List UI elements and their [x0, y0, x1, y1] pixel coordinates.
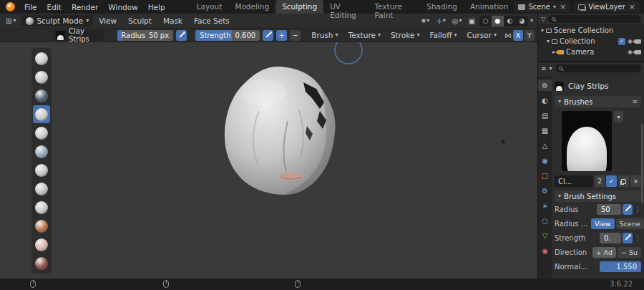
texture-dropdown[interactable]: Texture ▾ — [345, 29, 384, 41]
strength-slider[interactable]: Strength 0.600 — [195, 30, 260, 41]
workspace-tab-animation[interactable]: Animation — [464, 0, 515, 14]
falloff-dropdown[interactable]: Falloff ▾ — [426, 29, 460, 41]
animate-decorator-icon[interactable]: ⋮ — [634, 234, 641, 241]
workspace-tab-texture-paint[interactable]: Texture Paint — [368, 0, 420, 14]
strength-pressure-toggle[interactable] — [263, 30, 273, 41]
outliner-row-camera[interactable]: ▸ Camera ◉ — [538, 47, 644, 57]
tab-tool[interactable]: ⚙ — [538, 79, 552, 91]
gizmo-dropdown[interactable]: ✛ ▾ — [434, 16, 447, 26]
tool-layer[interactable] — [33, 142, 50, 160]
mode-selector[interactable]: Sculpt Mode ▾ — [21, 15, 93, 26]
duplicate-brush-button[interactable] — [618, 175, 629, 187]
tool-clay[interactable] — [33, 87, 50, 105]
tab-render[interactable]: ◐ — [538, 95, 552, 106]
workspace-tab-modeling[interactable]: Modeling — [228, 0, 275, 14]
viewlayer-remove-button[interactable]: × — [628, 3, 636, 11]
tab-particles[interactable]: ∗ — [538, 200, 552, 211]
tab-object[interactable]: □ — [538, 170, 552, 181]
scene-unlink-button[interactable]: × — [559, 3, 567, 11]
strength-pressure-toggle[interactable] — [623, 233, 633, 243]
tool-crease[interactable] — [33, 198, 50, 216]
brush-name-field[interactable]: Clay Strips — [53, 30, 104, 41]
chevron-down-icon[interactable]: ▾ — [541, 28, 544, 34]
tab-modifiers[interactable]: ⚙ — [538, 185, 552, 196]
radius-slider[interactable]: Radius 50 px — [117, 30, 173, 41]
blender-logo-icon[interactable] — [6, 2, 15, 11]
radius-unit-scene-button[interactable]: Scene — [616, 218, 644, 229]
filter-icon[interactable]: ▽ — [541, 16, 545, 22]
properties-search-input[interactable] — [555, 64, 641, 72]
tab-scene[interactable]: △ — [538, 140, 552, 151]
tool-scrape[interactable] — [33, 254, 50, 272]
shading-dropdown[interactable]: ▾ — [530, 18, 533, 24]
tab-material[interactable]: ◉ — [538, 245, 552, 256]
menu-sculpt[interactable]: Sculpt — [122, 15, 157, 26]
menu-help[interactable]: Help — [143, 1, 170, 13]
direction-subtract-toggle[interactable]: − — [290, 30, 301, 41]
menu-view[interactable]: View — [93, 15, 122, 26]
direction-add-button[interactable]: + Ad — [592, 247, 616, 258]
chevron-down-icon[interactable]: ▾ — [547, 39, 550, 44]
menu-face-sets[interactable]: Face Sets — [188, 15, 235, 26]
menu-edit[interactable]: Edit — [42, 1, 67, 13]
radius-unit-view-button[interactable]: View — [591, 218, 615, 229]
outliner-search-input[interactable] — [548, 15, 641, 23]
radius-field[interactable]: 50 — [597, 204, 621, 215]
shading-rendered-button[interactable]: ◕ — [516, 16, 528, 26]
workspace-tab-uv-editing[interactable]: UV Editing — [323, 0, 368, 14]
tool-blob[interactable] — [33, 180, 50, 198]
tool-clay-strips[interactable] — [33, 105, 50, 123]
shading-wireframe-button[interactable]: ○ — [479, 16, 492, 26]
tool-clay-thumb[interactable] — [33, 124, 50, 142]
normal-radius-slider[interactable]: 1.550 — [600, 261, 641, 272]
menu-mask[interactable]: Mask — [157, 15, 188, 26]
tool-smooth[interactable] — [33, 217, 50, 235]
radius-pressure-toggle[interactable] — [176, 30, 187, 41]
tab-view-layer[interactable]: ▦ — [538, 125, 552, 136]
overlays-dropdown[interactable]: ◎ ▾ — [450, 16, 464, 26]
tool-flatten[interactable] — [33, 236, 50, 253]
tab-physics[interactable]: ○ — [538, 215, 552, 226]
workspace-tab-shading[interactable]: Shading — [420, 0, 464, 14]
direction-add-toggle[interactable]: + — [276, 30, 287, 41]
properties-scrollbar[interactable] — [641, 124, 643, 203]
tool-inflate[interactable] — [33, 161, 50, 179]
scene-selector[interactable]: Scene ▾ × — [514, 1, 570, 12]
tool-draw[interactable] — [33, 49, 50, 67]
shading-solid-button[interactable]: ● — [492, 16, 504, 26]
visibility-dropdown[interactable]: ◉ ▾ — [419, 17, 431, 24]
brush-preview-image[interactable] — [562, 111, 612, 171]
properties-editor-icon[interactable]: ≡ — [541, 65, 547, 72]
workspace-tab-sculpting[interactable]: Sculpting — [275, 0, 323, 14]
tab-world[interactable]: ◉ — [538, 155, 552, 166]
tool-draw-sharp[interactable] — [33, 68, 50, 86]
symmetry-x-toggle[interactable]: X — [513, 30, 523, 41]
tab-output[interactable]: ▤ — [538, 110, 552, 121]
shading-material-button[interactable]: ◐ — [504, 16, 516, 26]
strength-field[interactable]: 0. — [600, 233, 621, 243]
fake-user-toggle[interactable]: ✓ — [606, 175, 617, 187]
outliner-row-scene-collection[interactable]: ▾ Scene Collection — [538, 25, 644, 36]
viewlayer-selector[interactable]: ViewLayer × — [575, 1, 640, 12]
editor-type-selector[interactable]: ⊞ ▾ — [3, 16, 19, 26]
stroke-dropdown[interactable]: Stroke ▾ — [387, 29, 423, 41]
disable-render-icon[interactable] — [635, 50, 641, 54]
workspace-tab-layout[interactable]: Layout — [190, 0, 229, 14]
brush-settings-panel-header[interactable]: ▾ Brush Settings — [555, 190, 641, 202]
menu-render[interactable]: Render — [67, 1, 103, 13]
brush-name-input[interactable]: Cl... — [555, 175, 593, 187]
xray-toggle[interactable]: ▣ — [467, 16, 477, 26]
direction-subtract-button[interactable]: − Su — [618, 247, 641, 258]
viewport[interactable] — [0, 42, 537, 279]
hide-viewport-icon[interactable]: ◉ — [628, 49, 633, 55]
radius-pressure-toggle[interactable] — [623, 204, 633, 215]
brush-dropdown[interactable]: Brush ▾ — [308, 29, 341, 41]
disable-render-icon[interactable] — [635, 39, 641, 44]
brush-users-count[interactable]: 2 — [595, 175, 605, 187]
panel-menu-icon[interactable]: ≡ — [632, 98, 638, 105]
cursor-dropdown[interactable]: Cursor ▾ — [463, 29, 500, 41]
animate-decorator-icon[interactable]: ⋮ — [634, 206, 641, 213]
menu-window[interactable]: Window — [103, 1, 142, 13]
hide-viewport-icon[interactable]: ◉ — [628, 39, 633, 44]
outliner-row-collection[interactable]: ▾ Collection ✓ ◉ — [538, 36, 644, 47]
